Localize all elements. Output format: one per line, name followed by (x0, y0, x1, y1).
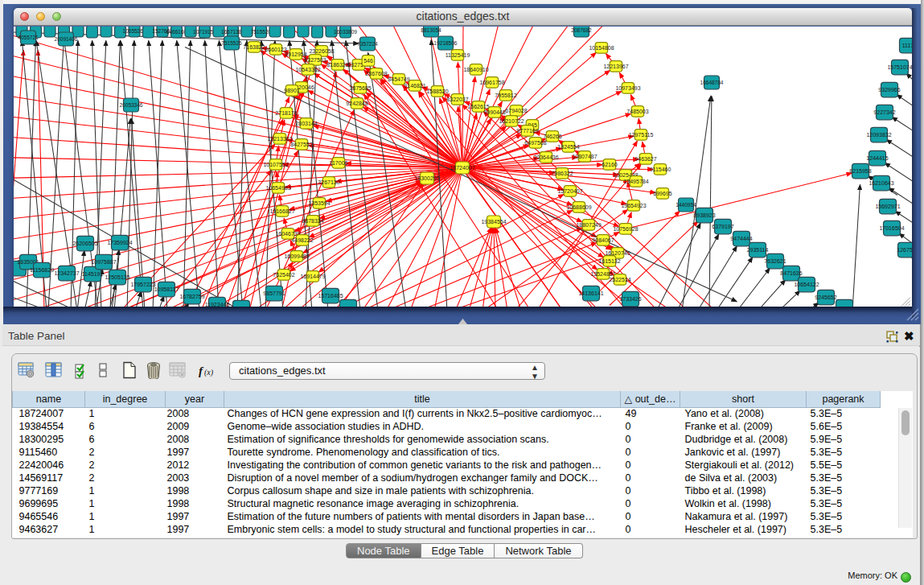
svg-text:10756928: 10756928 (613, 226, 638, 232)
svg-text:8471636: 8471636 (780, 270, 802, 276)
svg-text:1615132: 1615132 (598, 258, 620, 264)
svg-text:11325419: 11325419 (446, 52, 470, 58)
svg-text:9115460: 9115460 (650, 167, 671, 172)
svg-text:15720407: 15720407 (557, 188, 582, 194)
svg-text:98901: 98901 (284, 88, 300, 93)
svg-text:7986322: 7986322 (551, 171, 573, 176)
svg-text:12213363: 12213363 (267, 136, 292, 142)
svg-text:2718176: 2718176 (275, 110, 297, 116)
svg-text:1244415: 1244415 (866, 155, 888, 161)
svg-text:9327503: 9327503 (304, 57, 326, 63)
svg-text:17016504: 17016504 (879, 225, 904, 231)
svg-text:14136141: 14136141 (578, 290, 603, 296)
svg-text:16120746: 16120746 (605, 250, 630, 256)
svg-text:19218506: 19218506 (434, 40, 458, 46)
svg-text:7515526: 7515526 (221, 40, 242, 46)
svg-text:6466160: 6466160 (166, 29, 187, 35)
svg-text:15692971: 15692971 (875, 204, 900, 209)
svg-text:2087682: 2087682 (571, 27, 592, 33)
svg-text:9245652: 9245652 (815, 295, 836, 300)
svg-text:17359924: 17359924 (107, 240, 132, 245)
svg-text:1588520: 1588520 (426, 89, 448, 94)
svg-text:9146821: 9146821 (404, 83, 425, 89)
svg-text:1824554: 1824554 (557, 144, 579, 150)
svg-text:16210722: 16210722 (499, 118, 524, 124)
svg-text:9329966: 9329966 (878, 87, 900, 93)
svg-text:10543362: 10543362 (295, 67, 320, 72)
svg-text:1117: 1117 (902, 43, 912, 48)
svg-text:23226058: 23226058 (309, 48, 334, 54)
svg-text:4055721: 4055721 (18, 35, 39, 40)
svg-text:546: 546 (363, 58, 373, 64)
svg-text:746266: 746266 (543, 134, 561, 139)
svg-text:12505135: 12505135 (105, 274, 129, 280)
svg-text:8912954: 8912954 (285, 51, 306, 57)
svg-text:(x): (x) (204, 368, 214, 377)
svg-text:f: f (199, 365, 204, 377)
svg-text:9857791: 9857791 (263, 290, 285, 296)
svg-text:13495784: 13495784 (623, 179, 648, 184)
svg-text:20053346: 20053346 (120, 102, 143, 108)
svg-text:18807249: 18807249 (576, 222, 601, 228)
svg-text:117006: 117006 (330, 160, 348, 166)
svg-text:1733426: 1733426 (619, 296, 641, 302)
svg-text:19384554: 19384554 (481, 219, 506, 225)
svg-text:13524851: 13524851 (590, 271, 615, 277)
svg-text:9242848: 9242848 (346, 101, 368, 106)
svg-text:19166827: 19166827 (269, 208, 294, 214)
svg-text:16648784: 16648784 (700, 80, 724, 85)
svg-text:20364436: 20364436 (533, 154, 558, 160)
svg-text:7163822: 7163822 (243, 44, 265, 50)
svg-text:8322037: 8322037 (446, 97, 468, 102)
svg-text:16782759: 16782759 (179, 294, 204, 299)
svg-text:11156829: 11156829 (30, 267, 54, 273)
svg-text:18724007: 18724007 (450, 165, 474, 171)
svg-text:7955812: 7955812 (495, 93, 516, 98)
svg-text:18300295: 18300295 (414, 175, 439, 181)
svg-text:8938923: 8938923 (693, 212, 715, 218)
svg-text:2867608: 2867608 (365, 71, 387, 76)
svg-text:3875685: 3875685 (349, 85, 371, 91)
svg-text:10154808: 10154808 (589, 45, 614, 51)
svg-text:10688609: 10688609 (566, 204, 591, 210)
svg-text:6379197: 6379197 (712, 224, 733, 229)
svg-text:8813054: 8813054 (421, 27, 441, 33)
svg-text:9084067: 9084067 (592, 237, 614, 243)
svg-text:4498222: 4498222 (291, 237, 313, 243)
svg-text:15751074: 15751074 (887, 64, 912, 70)
svg-text:8454749: 8454749 (388, 76, 409, 82)
svg-text:1353594: 1353594 (308, 200, 330, 206)
svg-text:10654983: 10654983 (265, 185, 290, 191)
svg-text:8186328: 8186328 (326, 62, 348, 68)
svg-text:16210643: 16210643 (869, 180, 893, 186)
svg-text:26206505: 26206505 (72, 241, 97, 246)
svg-text:16033809: 16033809 (334, 29, 357, 35)
svg-text:9227342: 9227342 (873, 109, 895, 115)
svg-text:2935114: 2935114 (747, 247, 769, 253)
svg-text:12342737: 12342737 (54, 270, 79, 276)
svg-text:8660123: 8660123 (265, 47, 286, 52)
svg-text:10973493: 10973493 (615, 85, 640, 91)
svg-text:1562615: 1562615 (467, 104, 489, 109)
svg-text:12975115: 12975115 (629, 132, 654, 138)
svg-text:16914479: 16914479 (300, 274, 325, 279)
svg-text:9463627: 9463627 (634, 156, 656, 162)
svg-text:126753: 126753 (897, 247, 912, 253)
svg-text:16099489: 16099489 (284, 253, 309, 259)
svg-text:12093832: 12093832 (866, 132, 891, 138)
svg-text:20091406: 20091406 (55, 36, 78, 42)
svg-text:3267130: 3267130 (318, 179, 339, 185)
svg-text:62160: 62160 (602, 162, 618, 167)
svg-text:7515520: 7515520 (251, 29, 272, 35)
svg-text:2803144: 2803144 (295, 121, 317, 126)
svg-text:9474444: 9474444 (730, 236, 752, 241)
svg-text:10807487: 10807487 (572, 154, 597, 159)
svg-text:7625402: 7625402 (273, 272, 294, 278)
svg-text:8215958: 8215958 (849, 168, 871, 174)
svg-text:17957223: 17957223 (130, 282, 155, 287)
svg-text:9777169: 9777169 (516, 128, 538, 134)
svg-text:19654923: 19654923 (621, 203, 646, 208)
svg-text:12213967: 12213967 (603, 64, 628, 69)
svg-text:9990448: 9990448 (483, 109, 505, 115)
svg-text:2522514: 2522514 (609, 277, 630, 282)
